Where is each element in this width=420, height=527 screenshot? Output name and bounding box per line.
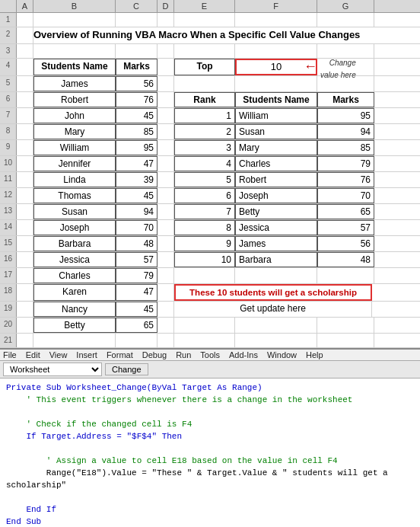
- vba-line-7: ' Assign a value to cell E18 based on th…: [6, 455, 414, 467]
- row-2: 2 Overview of Running VBA Macro When a S…: [0, 27, 420, 44]
- row-9: 9 William 95 3 Mary 85: [0, 140, 420, 156]
- row-14: 14 Joseph 70 8 Jessica 57: [0, 220, 420, 236]
- col-header-e: E: [174, 0, 235, 12]
- vba-object-dropdown[interactable]: Worksheet: [3, 363, 102, 376]
- col-header-b: B: [33, 0, 116, 12]
- ranked-students-header: Students Name: [235, 92, 317, 107]
- vba-toolbar: File Edit View Insert Format Debug Run T…: [0, 350, 420, 361]
- vba-menu-addins[interactable]: Add-Ins: [229, 350, 258, 359]
- row-15: 15 Barbara 48 9 James 56: [0, 236, 420, 252]
- vba-menu-insert[interactable]: Insert: [76, 350, 97, 359]
- column-headers: A B C D E F G: [0, 0, 420, 13]
- vba-line-4: ' Check if the changed cell is F4: [6, 418, 414, 430]
- vba-menu-file[interactable]: File: [3, 350, 17, 359]
- vba-menu-format[interactable]: Format: [107, 350, 133, 359]
- row-4: 4 Students Name Marks Top 10 Change valu…: [0, 59, 420, 76]
- vba-menu-help[interactable]: Help: [306, 350, 323, 359]
- vba-line-3: [6, 406, 414, 418]
- vba-line-6: [6, 442, 414, 455]
- vba-line-1: Private Sub Worksheet_Change(ByVal Targe…: [6, 382, 414, 394]
- row-18: 18 Karen 47 These 10 students will get a…: [0, 284, 420, 302]
- student-mark: 56: [116, 76, 158, 91]
- vba-editor: File Edit View Insert Format Debug Run T…: [0, 348, 420, 527]
- row-17: 17 Charles 79: [0, 268, 420, 284]
- update-message: Get update here: [174, 302, 372, 317]
- row-21: 21: [0, 334, 420, 348]
- vba-header: Worksheet Change: [0, 361, 420, 378]
- corner-cell: [0, 0, 17, 12]
- col-header-a: A: [17, 0, 33, 12]
- row-13: 13 Susan 94 7 Betty 65: [0, 204, 420, 220]
- vba-change-button[interactable]: Change: [105, 363, 148, 375]
- vba-menu-view[interactable]: View: [49, 350, 68, 359]
- vba-line-8: Range("E18").Value = "These " & Target.V…: [6, 467, 414, 491]
- vba-menu-tools[interactable]: Tools: [200, 350, 220, 359]
- col-header-f: F: [235, 0, 317, 12]
- vba-line-10: End If: [6, 503, 414, 516]
- row-8: 8 Mary 85 2 Susan 94: [0, 124, 420, 140]
- student-name: James: [33, 76, 116, 91]
- vba-line-11: End Sub: [6, 516, 414, 527]
- rank-header: Rank: [174, 92, 235, 107]
- col-header-c: C: [116, 0, 158, 12]
- vba-menu-debug[interactable]: Debug: [142, 350, 167, 359]
- title-cell: Overview of Running VBA Macro When a Spe…: [33, 27, 353, 43]
- row-5: 5 James 56: [0, 76, 420, 92]
- row-20: 20 Betty 65: [0, 318, 420, 334]
- vba-menu-edit[interactable]: Edit: [26, 350, 40, 359]
- row-16: 16 Jessica 57 10 Barbara 48: [0, 252, 420, 268]
- vba-menu-window[interactable]: Window: [267, 350, 297, 359]
- arrow-icon: ←: [304, 60, 317, 72]
- marks-header: Marks: [116, 59, 158, 75]
- row-7: 7 John 45 1 William 95: [0, 108, 420, 124]
- scholarship-message: These 10 students will get a scholarship: [174, 284, 372, 301]
- spreadsheet: A B C D E F G 1 2 Overview of Running VB…: [0, 0, 420, 527]
- change-annotation: Change value here: [320, 57, 356, 81]
- annotation-area: Change value here ←: [317, 59, 374, 75]
- col-header-d: D: [158, 0, 174, 12]
- top-label: Top: [174, 59, 235, 75]
- rows-container: 1 2 Overview of Running VBA Macro When a…: [0, 13, 420, 348]
- vba-menu-run[interactable]: Run: [176, 350, 191, 359]
- ranked-marks-header: Marks: [317, 92, 374, 107]
- row-11: 11 Linda 39 5 Robert 76: [0, 172, 420, 188]
- students-name-header: Students Name: [33, 59, 116, 75]
- row-19: 19 Nancy 45 Get update here: [0, 302, 420, 318]
- vba-line-9: [6, 491, 414, 503]
- vba-code-area[interactable]: Private Sub Worksheet_Change(ByVal Targe…: [0, 378, 420, 527]
- row-6: 6 Robert 76 Rank Students Name Marks: [0, 92, 420, 108]
- col-header-g: G: [317, 0, 374, 12]
- row-12: 12 Thomas 45 6 Joseph 70: [0, 188, 420, 204]
- row-1: 1: [0, 13, 420, 27]
- vba-line-2: ' This event triggers whenever there is …: [6, 394, 414, 406]
- row-3: 3: [0, 44, 420, 59]
- vba-line-5: If Target.Address = "$F$4" Then: [6, 430, 414, 442]
- row-10: 10 Jennifer 47 4 Charles 79: [0, 156, 420, 172]
